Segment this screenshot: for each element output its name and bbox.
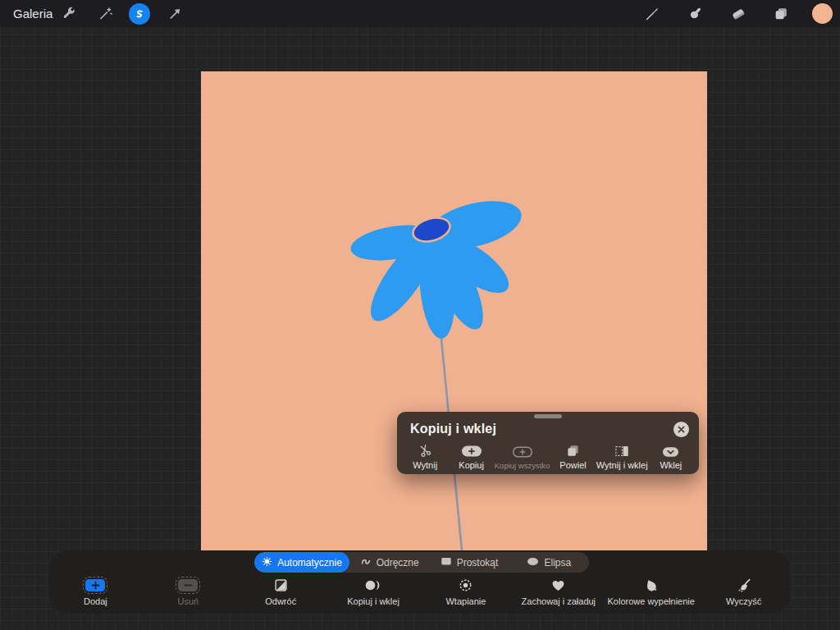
drawing-canvas[interactable]: [201, 71, 707, 550]
duplicate-icon: [566, 444, 580, 458]
flower-petals: [349, 193, 527, 340]
close-x-icon: [678, 426, 685, 433]
smudge-finger-icon: [687, 6, 704, 22]
clear-icon: [736, 578, 751, 592]
popup-close-button[interactable]: [673, 422, 689, 437]
invert-icon: [274, 578, 288, 592]
flower-artwork: [201, 71, 707, 550]
starburst-icon: [262, 556, 272, 569]
copy-all-button[interactable]: Kopiuj wszystko: [495, 439, 550, 470]
transform-button[interactable]: [165, 0, 185, 27]
selection-mode-bar: Automatycznie Odręczne Prostokąt E: [254, 552, 589, 573]
save-and-load-button[interactable]: Zachowaj i załaduj: [512, 578, 605, 606]
color-fill-icon: [644, 578, 658, 592]
clear-button[interactable]: Wyczyść: [697, 578, 790, 606]
cut-and-paste-button[interactable]: Wytnij i wklej: [596, 439, 648, 470]
paste-button[interactable]: Wklej: [648, 439, 694, 470]
scissors-icon: [418, 444, 432, 458]
copy-and-paste-button[interactable]: Kopiuj i wklej: [327, 578, 420, 606]
mode-ellipse[interactable]: Elipsa: [509, 552, 589, 573]
mode-automatic[interactable]: Automatycznie: [254, 552, 349, 573]
paint-button[interactable]: [642, 0, 662, 27]
mode-freehand[interactable]: Odręczne: [349, 552, 429, 573]
paste-pill-icon: [662, 444, 679, 458]
add-plus-icon: [85, 579, 105, 591]
transform-arrow-icon: [167, 6, 183, 21]
ellipse-icon: [527, 556, 539, 569]
adjustments-button[interactable]: [95, 0, 115, 27]
save-load-icon: [551, 578, 565, 592]
magic-wand-icon: [98, 6, 113, 21]
popup-title: Kopiuj i wklej: [410, 422, 496, 436]
gallery-button[interactable]: Galeria: [13, 0, 52, 27]
actions-button[interactable]: [59, 0, 79, 27]
cut-button[interactable]: Wytnij: [402, 439, 448, 470]
feather-button[interactable]: Wtapianie: [420, 578, 513, 606]
invert-button[interactable]: Odwróć: [235, 578, 327, 606]
top-bar: Galeria: [0, 0, 840, 27]
feather-icon: [459, 578, 472, 592]
freehand-icon: [360, 555, 372, 569]
smudge-button[interactable]: [686, 0, 705, 27]
rectangle-icon: [441, 555, 452, 569]
procreate-workspace: Galeria: [0, 0, 840, 630]
remove-minus-icon: [178, 579, 198, 591]
popup-drag-handle[interactable]: [534, 414, 562, 418]
color-swatch: [812, 3, 833, 24]
color-fill-button[interactable]: Kolorowe wypełnienie: [605, 578, 697, 606]
wrench-icon: [62, 6, 77, 21]
cut-paste-icon: [614, 444, 630, 458]
selection-actions-row: Dodaj Usuń Odwróć Kopiuj i wklej: [49, 578, 790, 606]
copy-button[interactable]: Kopiuj: [448, 439, 494, 470]
mode-rectangle[interactable]: Prostokąt: [429, 552, 509, 573]
layers-icon: [773, 6, 789, 22]
selection-tool-button[interactable]: [129, 0, 150, 27]
copy-paste-popup: Kopiuj i wklej Wytnij: [397, 412, 699, 474]
color-button[interactable]: [811, 0, 833, 27]
erase-button[interactable]: [728, 0, 748, 27]
add-button[interactable]: Dodaj: [49, 578, 142, 606]
eraser-icon: [730, 6, 746, 22]
duplicate-button[interactable]: Powiel: [550, 439, 596, 470]
copy-pill-icon: [461, 444, 482, 458]
selection-s-icon: [129, 3, 150, 25]
remove-button[interactable]: Usuń: [142, 578, 235, 606]
brush-icon: [644, 6, 660, 22]
copy-all-pill-icon: [512, 445, 533, 459]
selection-toolbar: Automatycznie Odręczne Prostokąt E: [49, 550, 790, 614]
copy-paste-icon: [365, 578, 382, 592]
layers-button[interactable]: [771, 0, 791, 27]
